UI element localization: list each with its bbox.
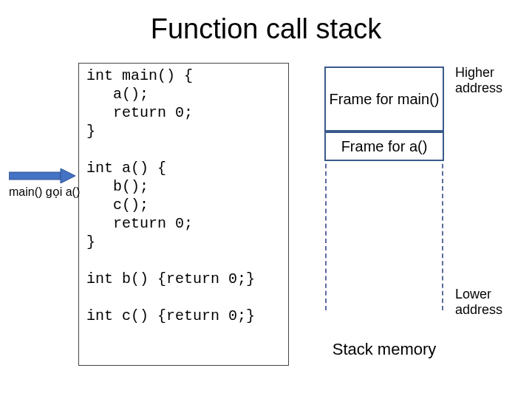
frame-main: Frame for main() [324,66,444,132]
svg-rect-0 [9,172,61,180]
callout-label: main() gọi a() [9,185,80,199]
higher-address-label: Higher address [455,65,532,95]
callout-arrow-icon [9,168,75,183]
lower-address-label: Lower address [455,287,532,317]
svg-marker-1 [61,168,75,183]
slide-title: Function call stack [0,13,532,45]
frame-a: Frame for a() [324,132,444,161]
stack-diagram: Frame for main() Frame for a() [325,66,443,310]
stack-memory-caption: Stack memory [325,340,443,359]
code-listing: int main() { a(); return 0; } int a() { … [78,63,289,366]
